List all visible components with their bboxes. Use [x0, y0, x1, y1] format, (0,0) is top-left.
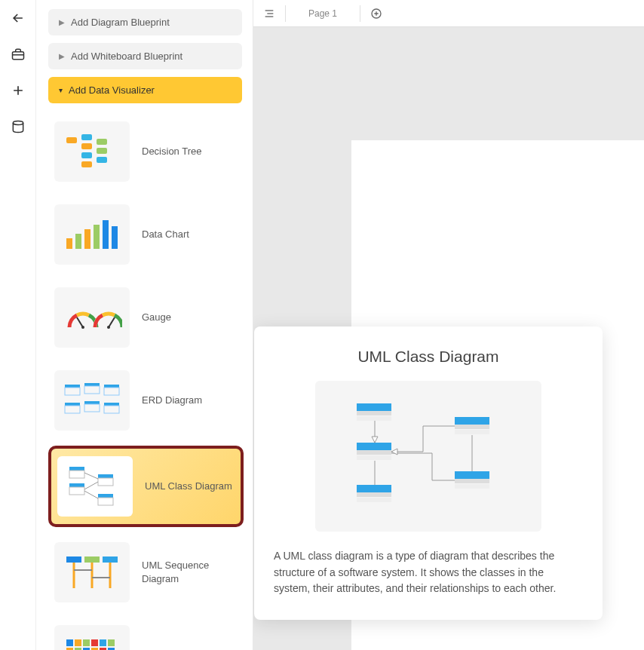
popover-description: A UML class diagram is a type of diagram…	[274, 548, 583, 597]
popover-title: UML Class Diagram	[274, 348, 583, 366]
svg-rect-53	[83, 639, 90, 646]
svg-rect-85	[357, 485, 391, 492]
svg-rect-13	[94, 225, 100, 249]
chevron-right-icon: ▶	[59, 52, 65, 60]
svg-rect-35	[69, 487, 84, 495]
canvas-area: Page 1 UML Class Diagram	[253, 0, 644, 650]
sticky-notes-icon	[54, 625, 130, 650]
svg-rect-82	[357, 443, 391, 450]
uml-class-icon	[57, 456, 133, 517]
database-icon[interactable]	[9, 118, 27, 136]
viz-sticky-notes[interactable]: Sticky Notes	[50, 619, 242, 650]
svg-line-42	[84, 491, 98, 498]
svg-line-18	[109, 317, 115, 327]
svg-rect-91	[455, 471, 489, 479]
canvas-body[interactable]: UML Class Diagram	[253, 27, 644, 650]
svg-rect-34	[69, 483, 84, 487]
bar-chart-icon	[54, 204, 130, 265]
svg-rect-12	[84, 229, 90, 249]
viz-label: ERD Diagram	[142, 394, 202, 407]
svg-rect-15	[112, 226, 118, 249]
svg-rect-24	[104, 385, 119, 388]
svg-rect-10	[66, 238, 72, 249]
svg-rect-56	[108, 639, 115, 646]
visualizer-list: Decision Tree Data Chart	[48, 115, 242, 650]
svg-line-41	[84, 482, 98, 489]
svg-rect-4	[81, 143, 92, 149]
sidebar: ▶ Add Diagram Blueprint ▶ Add Whiteboard…	[36, 0, 253, 650]
gauge-icon	[54, 287, 130, 348]
svg-rect-27	[65, 406, 80, 413]
toolbox-icon[interactable]	[9, 45, 27, 63]
viz-label: Decision Tree	[142, 145, 201, 158]
back-icon[interactable]	[9, 9, 27, 27]
left-rail	[0, 0, 36, 650]
add-icon[interactable]	[9, 81, 27, 100]
viz-label: Data Chart	[142, 228, 189, 241]
svg-rect-25	[104, 388, 119, 395]
viz-data-chart[interactable]: Data Chart	[50, 198, 242, 271]
viz-erd-diagram[interactable]: ERD Diagram	[50, 364, 242, 437]
svg-rect-23	[84, 386, 100, 394]
svg-rect-9	[97, 157, 107, 163]
svg-rect-26	[65, 403, 80, 406]
svg-rect-31	[104, 406, 119, 413]
svg-rect-20	[65, 385, 80, 388]
decision-tree-icon	[54, 121, 130, 182]
uml-preview-icon	[315, 381, 541, 532]
outline-icon[interactable]	[259, 4, 279, 23]
svg-rect-39	[98, 498, 113, 505]
canvas-toolbar: Page 1	[253, 0, 644, 27]
svg-point-17	[81, 326, 84, 329]
svg-rect-84	[357, 455, 391, 460]
svg-rect-52	[75, 639, 81, 646]
svg-rect-86	[357, 492, 391, 497]
viz-uml-sequence-diagram[interactable]: UML Sequence Diagram	[50, 536, 242, 609]
svg-rect-8	[97, 148, 107, 154]
svg-marker-94	[372, 437, 378, 443]
svg-rect-3	[81, 134, 92, 140]
svg-point-1	[13, 121, 23, 125]
svg-line-16	[77, 317, 83, 327]
add-page-icon[interactable]	[366, 4, 386, 23]
viz-label: UML Sequence Diagram	[142, 559, 238, 586]
svg-rect-87	[357, 498, 391, 502]
page-label: Page 1	[308, 8, 337, 19]
svg-rect-30	[104, 403, 119, 406]
svg-rect-51	[66, 639, 73, 646]
svg-marker-95	[391, 449, 397, 455]
svg-rect-55	[100, 639, 106, 646]
svg-rect-92	[455, 479, 489, 483]
erd-icon	[54, 370, 130, 431]
viz-uml-class-diagram[interactable]: UML Class Diagram	[50, 447, 242, 526]
svg-line-40	[84, 473, 98, 479]
svg-rect-7	[97, 139, 107, 145]
svg-rect-2	[66, 137, 77, 143]
svg-rect-83	[357, 450, 391, 455]
viz-decision-tree[interactable]: Decision Tree	[50, 115, 242, 188]
svg-rect-5	[81, 152, 92, 158]
uml-popover: UML Class Diagram	[254, 327, 603, 620]
svg-rect-28	[84, 401, 100, 404]
uml-sequence-icon	[54, 542, 130, 602]
svg-rect-33	[69, 471, 84, 478]
svg-rect-93	[455, 484, 489, 489]
svg-rect-11	[75, 234, 81, 249]
accordion-diagram-blueprint[interactable]: ▶ Add Diagram Blueprint	[48, 9, 242, 35]
viz-gauge[interactable]: Gauge	[50, 281, 242, 354]
svg-rect-44	[84, 556, 100, 563]
accordion-whiteboard-blueprint[interactable]: ▶ Add Whiteboard Blueprint	[48, 43, 242, 69]
svg-rect-45	[103, 556, 118, 563]
svg-rect-22	[84, 383, 100, 386]
svg-rect-0	[12, 52, 23, 60]
svg-rect-6	[81, 161, 92, 167]
svg-rect-38	[98, 494, 113, 498]
svg-rect-88	[455, 417, 489, 425]
accordion-data-visualizer[interactable]: ▾ Add Data Visualizer	[48, 77, 242, 103]
accordion-label: Add Diagram Blueprint	[71, 17, 170, 28]
svg-rect-90	[455, 430, 489, 434]
svg-rect-89	[455, 425, 489, 429]
svg-rect-79	[357, 403, 391, 411]
svg-rect-36	[98, 474, 113, 478]
page-tab[interactable]: Page 1	[285, 5, 360, 22]
